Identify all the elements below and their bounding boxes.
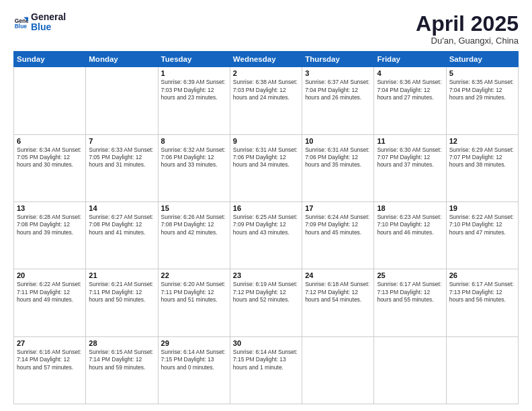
day-info: Sunrise: 6:28 AM Sunset: 7:08 PM Dayligh… [17,214,83,236]
day-number: 13 [17,204,83,212]
day-number: 25 [377,271,443,279]
day-number: 1 [161,69,227,77]
day-number: 17 [305,204,371,212]
day-info: Sunrise: 6:29 AM Sunset: 7:07 PM Dayligh… [449,146,515,169]
calendar-cell: 30Sunrise: 6:14 AM Sunset: 7:15 PM Dayli… [230,336,302,404]
logo-blue-text: Blue [31,22,66,32]
day-number: 4 [377,69,443,77]
day-info: Sunrise: 6:32 AM Sunset: 7:06 PM Dayligh… [161,146,227,169]
calendar-cell: 10Sunrise: 6:31 AM Sunset: 7:06 PM Dayli… [302,134,374,201]
day-info: Sunrise: 6:19 AM Sunset: 7:12 PM Dayligh… [233,281,299,304]
calendar-cell: 27Sunrise: 6:16 AM Sunset: 7:14 PM Dayli… [14,336,86,404]
day-number: 3 [305,69,371,77]
calendar-cell [14,67,86,134]
calendar-cell: 19Sunrise: 6:22 AM Sunset: 7:10 PM Dayli… [446,201,518,269]
location: Du'an, Guangxi, China [416,36,519,46]
calendar-cell: 3Sunrise: 6:37 AM Sunset: 7:04 PM Daylig… [302,67,374,134]
day-number: 21 [89,271,154,279]
weekday-header-friday: Friday [374,52,446,67]
day-number: 7 [89,137,154,145]
month-year: April 2025 [416,12,519,36]
calendar-cell: 4Sunrise: 6:36 AM Sunset: 7:04 PM Daylig… [374,67,446,134]
calendar-cell: 8Sunrise: 6:32 AM Sunset: 7:06 PM Daylig… [158,134,230,201]
day-number: 5 [449,69,515,77]
day-info: Sunrise: 6:25 AM Sunset: 7:09 PM Dayligh… [233,214,299,236]
day-info: Sunrise: 6:39 AM Sunset: 7:03 PM Dayligh… [161,79,227,101]
day-number: 22 [161,271,227,279]
day-number: 18 [377,204,443,212]
day-number: 27 [17,339,83,347]
calendar-cell: 18Sunrise: 6:23 AM Sunset: 7:10 PM Dayli… [374,201,446,269]
calendar-table: SundayMondayTuesdayWednesdayThursdayFrid… [13,51,519,404]
calendar-cell: 26Sunrise: 6:17 AM Sunset: 7:13 PM Dayli… [446,269,518,336]
calendar-cell: 1Sunrise: 6:39 AM Sunset: 7:03 PM Daylig… [158,67,230,134]
day-number: 16 [233,204,299,212]
calendar-cell: 24Sunrise: 6:18 AM Sunset: 7:12 PM Dayli… [302,269,374,336]
day-info: Sunrise: 6:18 AM Sunset: 7:12 PM Dayligh… [305,281,371,304]
weekday-header-tuesday: Tuesday [158,52,230,67]
calendar-cell: 13Sunrise: 6:28 AM Sunset: 7:08 PM Dayli… [14,201,86,269]
calendar-cell: 9Sunrise: 6:31 AM Sunset: 7:06 PM Daylig… [230,134,302,201]
day-number: 14 [89,204,154,212]
day-info: Sunrise: 6:24 AM Sunset: 7:09 PM Dayligh… [305,214,371,236]
day-info: Sunrise: 6:21 AM Sunset: 7:11 PM Dayligh… [89,281,154,304]
logo-icon: General Blue [13,15,28,30]
day-info: Sunrise: 6:38 AM Sunset: 7:03 PM Dayligh… [233,79,299,101]
calendar-cell [446,336,518,404]
day-number: 20 [17,271,83,279]
day-number: 12 [449,137,515,145]
day-info: Sunrise: 6:31 AM Sunset: 7:06 PM Dayligh… [233,146,299,169]
day-info: Sunrise: 6:14 AM Sunset: 7:15 PM Dayligh… [161,349,227,371]
calendar-cell: 2Sunrise: 6:38 AM Sunset: 7:03 PM Daylig… [230,67,302,134]
day-number: 9 [233,137,299,145]
calendar-week-row: 1Sunrise: 6:39 AM Sunset: 7:03 PM Daylig… [14,67,519,134]
svg-text:Blue: Blue [15,24,28,30]
day-number: 28 [89,339,154,347]
day-info: Sunrise: 6:30 AM Sunset: 7:07 PM Dayligh… [377,146,443,169]
day-info: Sunrise: 6:15 AM Sunset: 7:14 PM Dayligh… [89,349,154,371]
day-info: Sunrise: 6:14 AM Sunset: 7:15 PM Dayligh… [233,349,299,371]
day-info: Sunrise: 6:37 AM Sunset: 7:04 PM Dayligh… [305,79,371,101]
day-number: 15 [161,204,227,212]
weekday-header-monday: Monday [86,52,158,67]
day-number: 8 [161,137,227,145]
day-number: 6 [17,137,83,145]
day-number: 23 [233,271,299,279]
calendar-cell: 11Sunrise: 6:30 AM Sunset: 7:07 PM Dayli… [374,134,446,201]
day-number: 29 [161,339,227,347]
day-info: Sunrise: 6:27 AM Sunset: 7:08 PM Dayligh… [89,214,154,236]
day-info: Sunrise: 6:31 AM Sunset: 7:06 PM Dayligh… [305,146,371,169]
calendar-cell: 21Sunrise: 6:21 AM Sunset: 7:11 PM Dayli… [86,269,158,336]
day-number: 19 [449,204,515,212]
calendar-cell: 20Sunrise: 6:22 AM Sunset: 7:11 PM Dayli… [14,269,86,336]
calendar-cell: 6Sunrise: 6:34 AM Sunset: 7:05 PM Daylig… [14,134,86,201]
calendar-cell: 28Sunrise: 6:15 AM Sunset: 7:14 PM Dayli… [86,336,158,404]
day-number: 2 [233,69,299,77]
calendar-week-row: 27Sunrise: 6:16 AM Sunset: 7:14 PM Dayli… [14,336,519,404]
calendar-cell: 14Sunrise: 6:27 AM Sunset: 7:08 PM Dayli… [86,201,158,269]
weekday-header-sunday: Sunday [14,52,86,67]
calendar-cell: 15Sunrise: 6:26 AM Sunset: 7:08 PM Dayli… [158,201,230,269]
calendar-week-row: 6Sunrise: 6:34 AM Sunset: 7:05 PM Daylig… [14,134,519,201]
day-info: Sunrise: 6:22 AM Sunset: 7:11 PM Dayligh… [17,281,83,304]
calendar-week-row: 20Sunrise: 6:22 AM Sunset: 7:11 PM Dayli… [14,269,519,336]
calendar-cell: 22Sunrise: 6:20 AM Sunset: 7:11 PM Dayli… [158,269,230,336]
calendar-cell: 25Sunrise: 6:17 AM Sunset: 7:13 PM Dayli… [374,269,446,336]
day-number: 30 [233,339,299,347]
day-info: Sunrise: 6:26 AM Sunset: 7:08 PM Dayligh… [161,214,227,236]
calendar-cell [374,336,446,404]
day-number: 11 [377,137,443,145]
logo: General Blue General Blue [13,12,66,33]
day-info: Sunrise: 6:34 AM Sunset: 7:05 PM Dayligh… [17,146,83,169]
day-info: Sunrise: 6:36 AM Sunset: 7:04 PM Dayligh… [377,79,443,101]
header: General Blue General Blue April 2025 Du'… [13,12,519,46]
title-block: April 2025 Du'an, Guangxi, China [416,12,519,46]
day-info: Sunrise: 6:17 AM Sunset: 7:13 PM Dayligh… [377,281,443,304]
day-info: Sunrise: 6:16 AM Sunset: 7:14 PM Dayligh… [17,349,83,371]
weekday-header-wednesday: Wednesday [230,52,302,67]
day-number: 26 [449,271,515,279]
page: General Blue General Blue April 2025 Du'… [0,0,532,411]
day-info: Sunrise: 6:20 AM Sunset: 7:11 PM Dayligh… [161,281,227,304]
calendar-cell: 16Sunrise: 6:25 AM Sunset: 7:09 PM Dayli… [230,201,302,269]
weekday-header-row: SundayMondayTuesdayWednesdayThursdayFrid… [14,52,519,67]
